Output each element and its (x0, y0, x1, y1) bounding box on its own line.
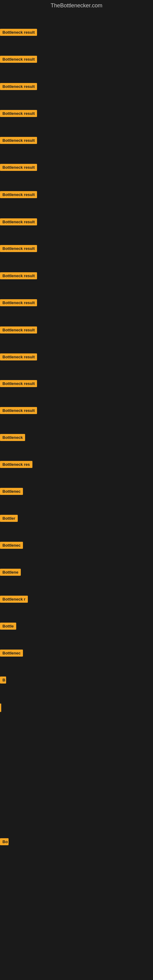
bottleneck-label: Bottleneck result (0, 353, 37, 360)
bottleneck-item: Bottleneck result (0, 299, 37, 307)
bottleneck-item: Bottleneck result (0, 380, 37, 388)
bottleneck-label: Bo (0, 838, 9, 845)
bottleneck-item: Bottlenec (0, 488, 23, 496)
bottleneck-label: Bottle (0, 623, 16, 630)
bottleneck-item: Bottlenec (0, 649, 23, 658)
bottleneck-label: Bottleneck res (0, 461, 32, 468)
bottleneck-label: B (0, 676, 6, 684)
bottleneck-item: Bottleneck res (0, 461, 32, 469)
bottleneck-label: Bottlenec (0, 649, 23, 657)
bottleneck-label: Bottleneck result (0, 83, 37, 90)
bottleneck-item: B (0, 676, 6, 685)
bottleneck-label: Bottleneck result (0, 407, 37, 414)
bottleneck-label: Bottlenec (0, 488, 23, 495)
bottleneck-item: Bottleneck result (0, 110, 37, 118)
bottleneck-item: Bottleneck result (0, 83, 37, 91)
bottleneck-item: Bottleneck result (0, 56, 37, 64)
bottleneck-label: Bottleneck r (0, 596, 28, 603)
bottleneck-label: Bottleneck result (0, 137, 37, 144)
bottleneck-label: Bottleneck result (0, 164, 37, 171)
bottleneck-label: Bottleneck result (0, 272, 37, 279)
bottleneck-item: Bottleneck result (0, 326, 37, 335)
bottleneck-label: Bottleneck result (0, 29, 37, 36)
bottleneck-item: Bottle (0, 623, 16, 631)
bottleneck-label: Bottlene (0, 569, 21, 576)
bottleneck-label: Bottleneck result (0, 245, 37, 252)
bottleneck-item: Bottleneck result (0, 137, 37, 145)
bottleneck-label: Bottleneck (0, 434, 25, 441)
bottleneck-item: Bottlenec (0, 542, 23, 550)
bottleneck-item (0, 703, 1, 712)
bottleneck-item: Bottleneck result (0, 191, 37, 199)
bottleneck-item: Bottleneck r (0, 596, 28, 604)
bottleneck-label: Bottleneck result (0, 299, 37, 306)
bottleneck-label: Bottleneck result (0, 380, 37, 387)
bottleneck-label: Bottleneck result (0, 326, 37, 334)
bottleneck-item: Bottlene (0, 569, 21, 577)
site-title: TheBottlenecker.com (0, 0, 153, 11)
bottleneck-item: Bottler (0, 515, 18, 523)
bottleneck-item: Bottleneck result (0, 407, 37, 415)
bottleneck-label: Bottleneck result (0, 218, 37, 225)
bottleneck-label: Bottlenec (0, 542, 23, 549)
bottleneck-item: Bo (0, 838, 9, 846)
bottleneck-label: Bottleneck result (0, 56, 37, 63)
bottleneck-item: Bottleneck result (0, 164, 37, 172)
bottleneck-item: Bottleneck result (0, 245, 37, 253)
bottleneck-label: Bottleneck result (0, 191, 37, 198)
bottleneck-label: Bottler (0, 515, 18, 522)
bottleneck-item: Bottleneck result (0, 353, 37, 362)
bottleneck-item: Bottleneck result (0, 29, 37, 37)
bottleneck-item: Bottleneck result (0, 218, 37, 227)
bottleneck-item: Bottleneck (0, 434, 25, 442)
bottleneck-item: Bottleneck result (0, 272, 37, 280)
bottleneck-label: Bottleneck result (0, 110, 37, 117)
